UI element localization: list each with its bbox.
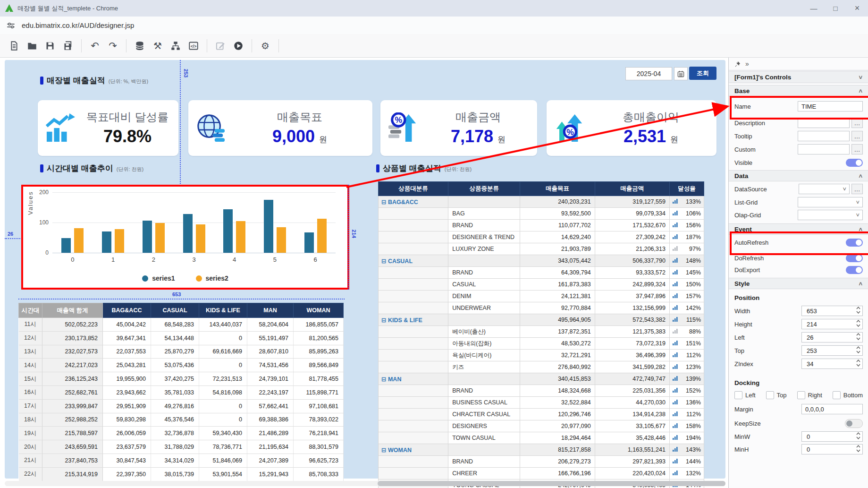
datasource-select[interactable]: ˅ — [799, 184, 850, 194]
custom-more-button[interactable]: … — [851, 144, 863, 154]
settings-icon[interactable]: ⚙ — [258, 38, 273, 53]
legend-item-series1[interactable]: series1 — [142, 274, 175, 282]
chart-x-tick: 4 — [233, 256, 236, 263]
keepsize-toggle[interactable] — [845, 419, 863, 428]
tooltip-more-button[interactable]: … — [851, 131, 863, 141]
olapgrid-label: Olap-Grid — [734, 212, 761, 219]
keepsize-row: KeepSize — [734, 418, 863, 429]
section-data[interactable]: Data ˄ — [729, 170, 868, 181]
database-icon[interactable] — [132, 38, 147, 53]
run-icon[interactable] — [231, 38, 246, 53]
minw-input[interactable]: 0 — [801, 431, 863, 442]
margin-input[interactable]: 0,0,0,0 — [801, 404, 863, 414]
pin-icon[interactable] — [734, 61, 741, 67]
collapse-panel-icon[interactable]: » — [745, 60, 749, 68]
controls-header[interactable]: [Form1]'s Controls ˅ — [729, 71, 868, 83]
kpi-title: 매출금액 — [455, 110, 501, 125]
value-cell: 49,276,816 — [151, 399, 199, 413]
spinner-icon[interactable] — [856, 445, 860, 454]
collapse-group-icon[interactable]: ⊟ — [381, 376, 388, 383]
new-file-icon[interactable] — [7, 38, 22, 53]
tools-icon[interactable]: ⚒ — [150, 38, 165, 53]
top-input[interactable]: 253 — [801, 345, 863, 356]
dock-bottom-checkbox[interactable] — [833, 391, 841, 399]
section-base[interactable]: Base ˄ — [729, 85, 868, 96]
spinner-icon[interactable] — [856, 359, 860, 368]
product-item-row: CASUAL161,873,383242,899,324150% — [379, 279, 704, 291]
dock-left-checkbox[interactable] — [734, 391, 742, 399]
olapgrid-select[interactable]: ˅ — [798, 210, 863, 220]
kpi-card-2: 매출목표9,000원 — [188, 100, 372, 156]
save-as-icon[interactable] — [60, 38, 76, 53]
calendar-button[interactable] — [674, 67, 688, 80]
redo-icon[interactable]: ↷ — [105, 38, 120, 53]
kpi-percent-up-arrow-icon: % — [380, 112, 426, 144]
rate-cell: 139% — [669, 373, 704, 385]
hourly-sales-table: 시간대매출액 합계BAG&ACCCASUALKIDS & LIFEMANWOMA… — [18, 303, 344, 481]
legend-item-series2[interactable]: series2 — [196, 274, 228, 282]
custom-input[interactable] — [798, 144, 850, 154]
product-item-name-cell: 키즈 — [448, 361, 520, 373]
spinner-icon[interactable] — [856, 346, 860, 355]
url-text[interactable]: edu.bimatrix.co.kr/AUD/designer.jsp — [22, 21, 134, 29]
description-input[interactable] — [798, 118, 850, 128]
visible-row: Visible — [734, 157, 863, 168]
autorefresh-toggle[interactable] — [846, 239, 863, 247]
left-input[interactable]: 26 — [801, 332, 863, 342]
achievement-bars-icon — [673, 317, 678, 323]
time-chart-panel[interactable]: Values 01002000123456 series1series2 — [21, 185, 349, 290]
code-editor-icon[interactable]: </> — [186, 38, 201, 53]
group-span-cell — [379, 291, 448, 302]
site-settings-icon[interactable] — [7, 21, 15, 30]
edit-icon[interactable] — [213, 38, 228, 53]
item-target-cell: 110,077,702 — [520, 220, 595, 231]
chart-bar-series2 — [196, 224, 205, 253]
chart-y-tick: 200 — [39, 189, 49, 196]
horizontal-scrollbar-thumb[interactable] — [378, 481, 725, 486]
dock-right-checkbox[interactable] — [797, 391, 805, 399]
value-cell: 186,855,057 — [294, 318, 344, 332]
chevron-up-icon: ˄ — [859, 172, 862, 180]
undo-icon[interactable]: ↶ — [87, 38, 102, 53]
name-input[interactable]: TIME — [798, 101, 863, 111]
listgrid-select[interactable]: ˅ — [798, 197, 863, 207]
width-input[interactable]: 653 — [801, 306, 863, 316]
collapse-group-icon[interactable]: ⊟ — [381, 447, 388, 454]
maximize-button[interactable]: □ — [825, 0, 846, 17]
open-folder-icon[interactable] — [25, 38, 40, 53]
dock-top-checkbox[interactable] — [766, 391, 774, 399]
description-more-button[interactable]: … — [851, 118, 863, 128]
search-button[interactable]: 조회 — [689, 67, 716, 80]
group-span-cell — [379, 350, 448, 361]
close-button[interactable]: × — [846, 0, 868, 17]
spinner-icon[interactable] — [856, 432, 860, 441]
minh-input[interactable]: 0 — [801, 444, 863, 454]
value-cell: 25,043,281 — [103, 359, 151, 372]
browser-address-bar[interactable]: edu.bimatrix.co.kr/AUD/designer.jsp — [0, 17, 868, 35]
tooltip-input[interactable] — [798, 131, 850, 141]
minimize-button[interactable]: — — [803, 0, 825, 17]
group-span-cell — [379, 208, 448, 220]
section-event[interactable]: Event ˄ — [729, 223, 868, 235]
datasource-more-button[interactable]: … — [851, 184, 863, 194]
kpi-card-3: %매출금액7,178원 — [380, 100, 537, 156]
collapse-group-icon[interactable]: ⊟ — [381, 258, 388, 265]
zindex-input[interactable]: 34 — [801, 359, 863, 369]
spinner-icon[interactable] — [856, 333, 860, 342]
group-span-cell — [379, 231, 448, 243]
collapse-group-icon[interactable]: ⊟ — [381, 317, 388, 324]
spinner-icon[interactable] — [856, 306, 860, 316]
section-style[interactable]: Style ˄ — [729, 278, 868, 289]
visible-toggle[interactable] — [846, 159, 863, 167]
sitemap-icon[interactable] — [168, 38, 183, 53]
spinner-icon[interactable] — [856, 319, 860, 329]
chart-bar-series2 — [155, 223, 165, 253]
collapse-group-icon[interactable]: ⊟ — [381, 199, 388, 205]
date-input[interactable]: 2025-04 — [625, 67, 672, 80]
product-item-name-cell: CHREER — [448, 468, 520, 479]
doexport-toggle[interactable] — [846, 266, 863, 274]
height-input[interactable]: 214 — [801, 319, 863, 329]
save-icon[interactable] — [42, 38, 58, 53]
product-group-row: ⊟ CASUAL343,075,442506,337,790148% — [379, 255, 704, 267]
dorefresh-toggle[interactable] — [846, 254, 863, 262]
